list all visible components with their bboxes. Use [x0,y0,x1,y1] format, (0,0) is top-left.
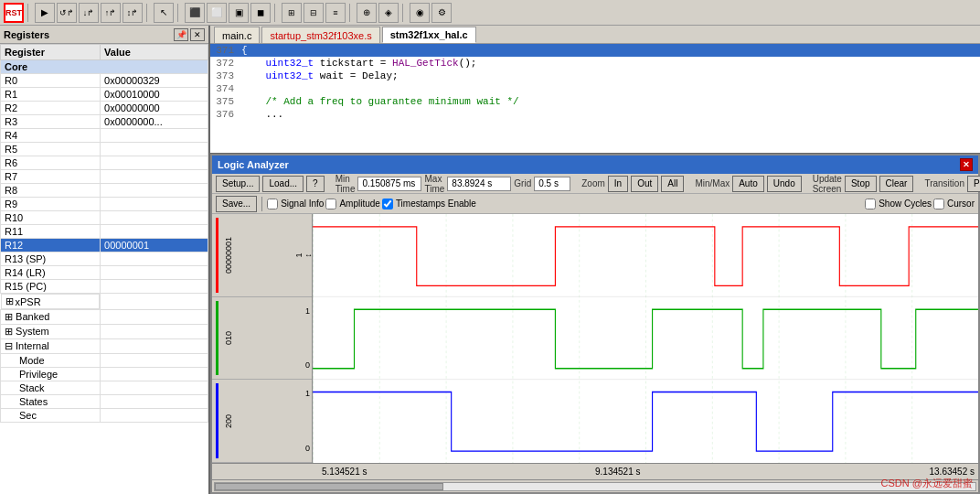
zoom-in-button[interactable]: In [608,176,628,192]
table-row-stack[interactable]: Stack [1,381,208,395]
toolbar-separator-3 [177,4,181,22]
undo-button[interactable]: Undo [767,176,802,192]
step-into-icon: ↓↱ [83,8,95,17]
table-row[interactable]: R10 [1,211,208,225]
tab-hal[interactable]: stm32f1xx_hal.c [382,27,476,43]
zoom-out-button[interactable]: Out [631,176,658,192]
la-scrollbar[interactable] [212,479,978,492]
reg-value-r5 [101,143,208,156]
breakpoint-btn[interactable]: ⬛ [185,3,205,23]
breakpoint2-btn[interactable]: ⬜ [207,3,227,23]
zoom-label: Zoom [581,178,605,188]
table-row-internal[interactable]: ⊟ Internal [1,339,208,354]
tool-a-icon: ⊕ [363,7,370,17]
table-row-r12[interactable]: R1200000001 [1,239,208,252]
tool-c[interactable]: ◉ [410,3,430,23]
prev-button[interactable]: Prev [967,176,980,192]
table-row-privilege[interactable]: Privilege [1,368,208,381]
zoom-all-button[interactable]: All [661,176,684,192]
system-label: ⊞ System [1,325,101,339]
table-row[interactable]: R9 [1,198,208,211]
table-row-sec[interactable]: Sec [1,409,208,423]
registers-pin-button[interactable]: 📌 [174,28,188,41]
cursor-checkbox[interactable] [933,199,944,209]
code-text-375: /* Add a freq to guarantee minimum wait … [241,96,976,107]
signal-bitval-1: 00000001 [225,237,233,274]
signal-info-check[interactable]: Signal Info [267,199,324,209]
tool-b[interactable]: ◈ [378,3,399,23]
stop-button[interactable]: Stop [845,176,877,192]
run-to-button[interactable]: ↕↱ [122,3,143,23]
tab-startup[interactable]: startup_stm32f103xe.s [261,27,379,43]
timestamps-checkbox[interactable] [382,199,393,209]
table-row[interactable]: R20x00000000 [1,102,208,115]
table-row-system[interactable]: ⊞ System [1,325,208,339]
la-close-button[interactable]: ✕ [960,158,973,171]
table-row[interactable]: R6 [1,156,208,170]
register-list: Register Value Core R00x00000329 R10x000… [0,44,208,423]
table-row[interactable]: R15 (PC) [1,280,208,294]
reg-name-r8: R8 [1,184,101,198]
table-row[interactable]: R00x00000329 [1,74,208,88]
rst-button[interactable]: RST [4,3,24,23]
amplitude-checkbox[interactable] [325,199,336,209]
table-row[interactable]: R8 [1,184,208,198]
debug-tool2[interactable]: ⊟ [304,3,324,23]
signal-info-checkbox[interactable] [267,199,278,209]
show-cycles-check[interactable]: Show Cycles [865,199,932,209]
tool-d[interactable]: ⚙ [431,3,452,23]
update-label: Update Screen [813,174,842,194]
la-waveform-area[interactable] [313,214,978,463]
la-scrollbar-track[interactable] [214,482,976,491]
debug-tool1[interactable]: ⊞ [282,3,302,23]
tool-a[interactable]: ⊕ [357,3,377,23]
table-row[interactable]: R30x0000000... [1,115,208,129]
step-over-button[interactable]: ↺↱ [57,3,77,23]
table-row-states[interactable]: States [1,395,208,409]
line-num-371: 371 [214,45,241,56]
debug-tool3[interactable]: ≡ [325,3,346,23]
load-button[interactable]: Load... [262,176,304,192]
cursor-button[interactable]: ↖ [154,3,174,23]
la-scrollbar-thumb[interactable] [215,483,443,490]
amplitude-check[interactable]: Amplitude [325,199,379,209]
breakpoint3-btn[interactable]: ▣ [229,3,249,23]
reg-name-r10: R10 [1,211,101,225]
timestamps-check[interactable]: Timestamps Enable [382,199,476,209]
internal-label: ⊟ Internal [1,339,101,354]
help-button[interactable]: ? [306,176,325,192]
signal-bitval-2: 010 [225,331,233,345]
table-row[interactable]: R7 [1,170,208,184]
line-num-373: 373 [214,70,241,81]
reg-value-r0: 0x00000329 [101,74,208,88]
cursor-check[interactable]: Cursor [933,199,975,209]
table-row-banked[interactable]: ⊞ Banked [1,310,208,325]
breakpoint3-icon: ▣ [235,7,243,17]
clear-button[interactable]: Clear [879,176,914,192]
tab-startup-label: startup_stm32f103xe.s [270,30,371,41]
table-row[interactable]: R14 (LR) [1,266,208,280]
run-button[interactable]: ▶ [35,3,55,23]
table-row-xpsr[interactable]: ⊞xPSR [1,294,208,310]
save-button[interactable]: Save... [216,196,257,212]
la-sep-7 [261,197,262,211]
step-out-button[interactable]: ↑↱ [101,3,121,23]
right-panel: main.c startup_stm32f103xe.s stm32f1xx_h… [210,26,980,494]
table-row[interactable]: R11 [1,225,208,239]
line-num-372: 372 [214,58,241,69]
setup-button[interactable]: Setup... [216,176,260,192]
show-cycles-checkbox[interactable] [865,199,876,209]
table-row-mode[interactable]: Mode [1,354,208,368]
toolbar-separator-2 [146,4,150,22]
table-row[interactable]: R4 [1,129,208,143]
table-row[interactable]: R10x00010000 [1,88,208,102]
table-row[interactable]: R13 (SP) [1,252,208,266]
table-row[interactable]: R5 [1,143,208,156]
tab-main-c[interactable]: main.c [214,27,260,43]
main-toolbar: RST ▶ ↺↱ ↓↱ ↑↱ ↕↱ ↖ ⬛ ⬜ ▣ ◼ ⊞ ⊟ ≡ ⊕ ◈ ◉ … [0,0,980,26]
la-toolbar-row2: Save... Signal Info Amplitude Timestamps… [212,194,978,214]
auto-button[interactable]: Auto [732,176,764,192]
registers-close-button[interactable]: ✕ [190,28,205,41]
step-into-button[interactable]: ↓↱ [79,3,99,23]
breakpoint4-btn[interactable]: ◼ [250,3,271,23]
